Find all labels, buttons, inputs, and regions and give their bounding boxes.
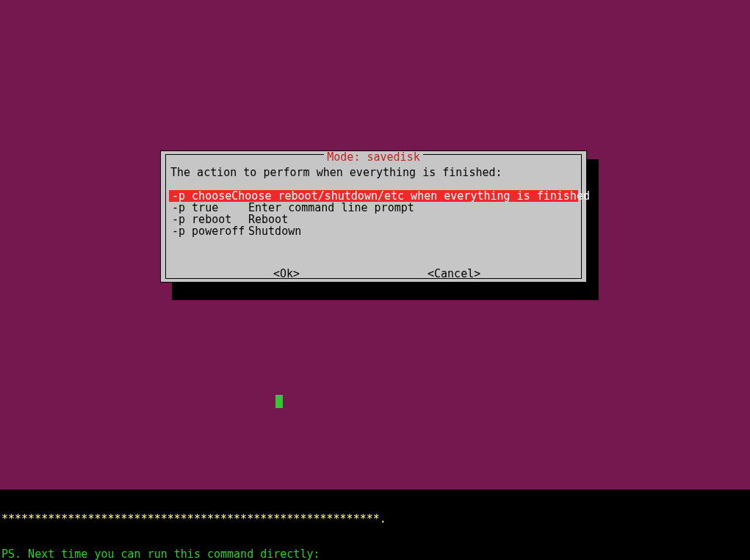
tui-dialog: Mode: savedisk The action to perform whe… (160, 150, 587, 283)
dialog-frame: Mode: savedisk The action to perform whe… (165, 154, 582, 279)
dialog-prompt: The action to perform when everything is… (169, 165, 578, 183)
terminal-line: PS. Next time you can run this command d… (1, 548, 749, 560)
option-desc: Choose reboot/shutdown/etc when everythi… (231, 190, 590, 202)
ok-button[interactable]: <Ok> (273, 268, 300, 280)
dialog-title: Mode: savedisk (324, 151, 422, 163)
option-flag: -p choose (172, 190, 231, 202)
terminal-cursor-icon (275, 395, 283, 408)
terminal-line: ****************************************… (1, 513, 749, 525)
option-p-true[interactable]: -p true Enter command line prompt (169, 202, 578, 214)
cancel-button[interactable]: <Cancel> (428, 268, 480, 280)
option-desc: Enter command line prompt (248, 202, 575, 214)
option-flag: -p true (172, 202, 248, 214)
dialog-options: -p choose Choose reboot/shutdown/etc whe… (169, 190, 578, 237)
option-p-choose[interactable]: -p choose Choose reboot/shutdown/etc whe… (169, 190, 578, 202)
option-desc: Reboot (248, 214, 575, 225)
desktop-background: Mode: savedisk The action to perform whe… (0, 0, 750, 490)
screen: Mode: savedisk The action to perform whe… (0, 0, 750, 560)
option-p-poweroff[interactable]: -p poweroff Shutdown (169, 225, 578, 237)
option-p-reboot[interactable]: -p reboot Reboot (169, 214, 578, 225)
option-flag: -p reboot (172, 214, 248, 225)
dialog-title-wrap: Mode: savedisk (166, 151, 581, 163)
option-desc: Shutdown (248, 225, 575, 237)
terminal-output: ****************************************… (0, 490, 750, 560)
dialog-body: The action to perform when everything is… (169, 165, 578, 237)
option-flag: -p poweroff (172, 225, 248, 237)
